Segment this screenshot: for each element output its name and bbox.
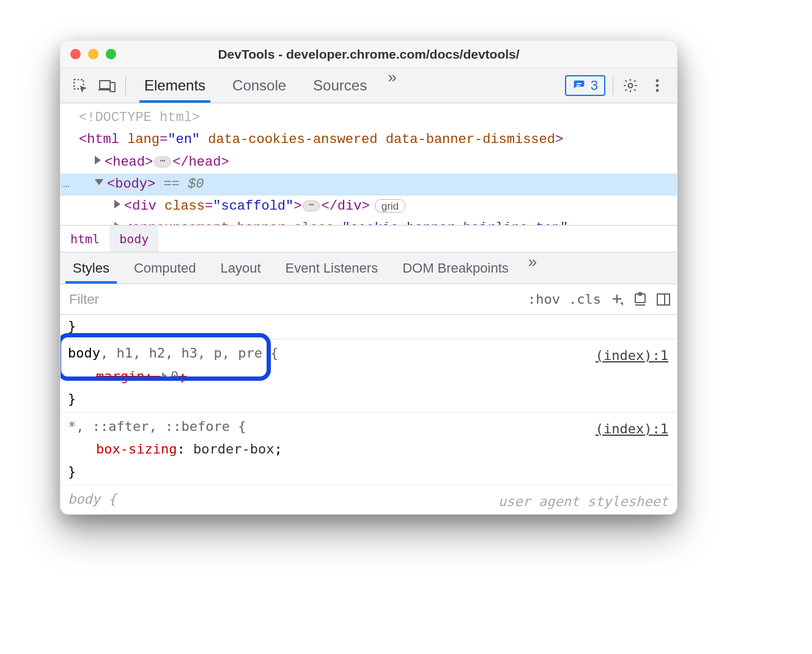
breadcrumb: html body bbox=[61, 226, 677, 252]
svg-point-8 bbox=[656, 84, 659, 87]
new-style-rule-icon[interactable] bbox=[610, 292, 624, 307]
maximize-window-button[interactable] bbox=[106, 49, 116, 59]
source-link[interactable]: (index):1 bbox=[596, 344, 668, 367]
svg-rect-13 bbox=[639, 292, 641, 295]
main-toolbar: Elements Console Sources » 3 bbox=[61, 68, 677, 103]
dom-body-selected[interactable]: <body> == $0 bbox=[61, 174, 677, 196]
rule-selector[interactable]: *, ::after, ::before { bbox=[68, 415, 670, 438]
traffic-lights bbox=[70, 49, 116, 59]
styles-filter-row: :hov .cls bbox=[61, 284, 677, 315]
toolbar-divider bbox=[613, 76, 613, 95]
expand-icon[interactable] bbox=[95, 156, 101, 164]
rule-declaration[interactable]: box-sizing: border-box; bbox=[68, 438, 670, 460]
svg-rect-5 bbox=[577, 85, 580, 86]
tab-elements[interactable]: Elements bbox=[131, 68, 219, 103]
expand-icon[interactable] bbox=[114, 222, 120, 226]
issues-count: 3 bbox=[591, 78, 598, 94]
source-link[interactable]: (index):1 bbox=[596, 417, 668, 440]
tab-event-listeners[interactable]: Event Listeners bbox=[273, 252, 391, 284]
svg-point-6 bbox=[629, 83, 633, 87]
rule-closing-brace: } bbox=[68, 388, 670, 410]
dom-doctype[interactable]: <!DOCTYPE html> bbox=[61, 107, 677, 129]
grid-badge[interactable]: grid bbox=[375, 199, 405, 213]
device-toolbar-icon[interactable] bbox=[94, 72, 120, 99]
titlebar: DevTools - developer.chrome.com/docs/dev… bbox=[61, 41, 677, 68]
close-window-button[interactable] bbox=[70, 49, 81, 59]
ellipsis-icon[interactable]: ⋯ bbox=[303, 200, 320, 211]
svg-point-7 bbox=[656, 79, 659, 82]
collapse-icon[interactable] bbox=[95, 179, 103, 185]
dom-tree[interactable]: <!DOCTYPE html> <html lang="en" data-coo… bbox=[61, 103, 677, 226]
copy-styles-icon[interactable] bbox=[633, 292, 648, 307]
svg-rect-15 bbox=[657, 294, 670, 305]
rule-closing-brace: } bbox=[68, 460, 670, 483]
inspect-element-icon[interactable] bbox=[67, 72, 94, 99]
more-options-icon[interactable] bbox=[644, 72, 671, 99]
toggle-sidebar-icon[interactable] bbox=[656, 292, 671, 307]
tab-computed[interactable]: Computed bbox=[122, 252, 209, 284]
styles-filter-input[interactable] bbox=[61, 292, 528, 307]
breadcrumb-body[interactable]: body bbox=[109, 226, 158, 252]
tab-styles[interactable]: Styles bbox=[61, 252, 122, 284]
styles-filter-actions: :hov .cls bbox=[528, 292, 671, 307]
window-title: DevTools - developer.chrome.com/docs/dev… bbox=[61, 47, 677, 62]
rule-declaration-overridden[interactable]: margin: 0; bbox=[68, 365, 670, 388]
rule-closing-brace: } bbox=[68, 315, 670, 337]
tab-console[interactable]: Console bbox=[219, 68, 300, 103]
tab-sources[interactable]: Sources bbox=[300, 68, 380, 103]
expand-shorthand-icon[interactable] bbox=[162, 372, 167, 380]
ua-stylesheet-label: user agent stylesheet bbox=[498, 490, 668, 513]
ellipsis-icon[interactable]: ⋯ bbox=[154, 156, 171, 167]
style-rule-ua[interactable]: user agent stylesheet body { bbox=[61, 485, 677, 512]
issues-button[interactable]: 3 bbox=[565, 75, 605, 96]
settings-icon[interactable] bbox=[617, 72, 644, 99]
style-rule[interactable]: (index):1 *, ::after, ::before { box-siz… bbox=[61, 412, 677, 485]
dom-head[interactable]: <head>⋯</head> bbox=[61, 152, 677, 174]
more-tabs-icon[interactable]: » bbox=[380, 68, 404, 103]
styles-tabbar: Styles Computed Layout Event Listeners D… bbox=[61, 252, 677, 284]
devtools-window: DevTools - developer.chrome.com/docs/dev… bbox=[60, 40, 677, 515]
svg-rect-1 bbox=[100, 81, 110, 89]
main-tabs: Elements Console Sources » bbox=[131, 68, 404, 103]
cls-button[interactable]: .cls bbox=[569, 292, 601, 307]
expand-icon[interactable] bbox=[114, 200, 120, 208]
styles-pane: } (index):1 body, h1, h2, h3, p, pre { m… bbox=[61, 315, 677, 514]
breadcrumb-html[interactable]: html bbox=[61, 226, 109, 252]
toolbar-divider bbox=[125, 76, 126, 95]
hov-button[interactable]: :hov bbox=[528, 292, 560, 307]
rule-selector[interactable]: body, h1, h2, h3, p, pre { bbox=[68, 342, 670, 364]
style-rule-fragment[interactable]: } bbox=[61, 315, 677, 339]
more-styles-tabs-icon[interactable]: » bbox=[521, 252, 544, 284]
tab-dom-breakpoints[interactable]: DOM Breakpoints bbox=[390, 252, 521, 284]
svg-rect-4 bbox=[577, 83, 581, 84]
dom-div-scaffold[interactable]: <div class="scaffold">⋯</div>grid bbox=[61, 196, 677, 218]
issues-icon bbox=[572, 79, 586, 92]
minimize-window-button[interactable] bbox=[88, 49, 98, 59]
style-rule[interactable]: (index):1 body, h1, h2, h3, p, pre { mar… bbox=[61, 339, 677, 411]
dom-announcement-banner[interactable]: <announcement-banner class="cookie-banne… bbox=[61, 218, 677, 226]
svg-point-9 bbox=[656, 89, 659, 92]
dom-html[interactable]: <html lang="en" data-cookies-answered da… bbox=[61, 129, 677, 151]
tab-layout[interactable]: Layout bbox=[208, 252, 273, 284]
